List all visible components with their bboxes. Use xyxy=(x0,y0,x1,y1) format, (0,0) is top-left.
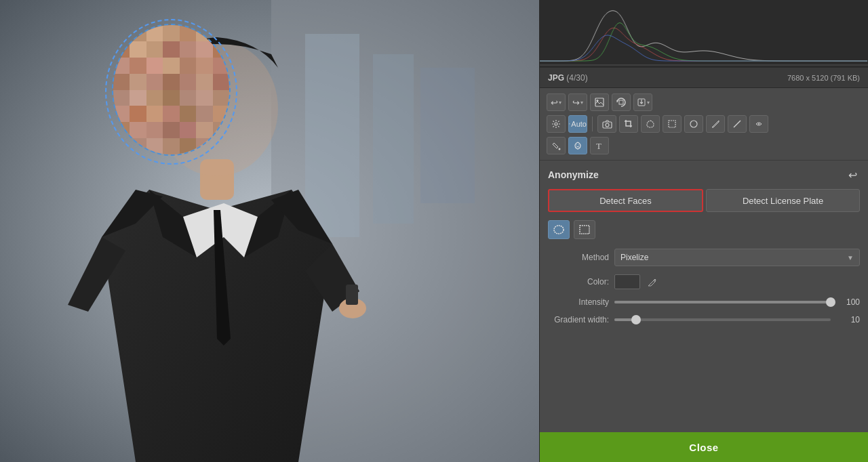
gradient-width-label: Gradient width: xyxy=(548,315,609,324)
lasso-tool-button[interactable] xyxy=(641,115,660,133)
right-panel: JPG (4/30) 7680 x 5120 (791 KB) ↩▾ ↪▾ xyxy=(539,0,868,462)
svg-rect-30 xyxy=(580,226,589,234)
face-pixelated xyxy=(112,24,231,156)
svg-rect-2 xyxy=(305,34,359,237)
svg-point-24 xyxy=(758,123,760,125)
file-type-label: JPG (4/30) xyxy=(548,73,588,83)
gradient-width-value: 10 xyxy=(836,315,860,324)
svg-text:T: T xyxy=(596,141,601,150)
toolbar-row-2: ★ Auto xyxy=(547,115,861,133)
detect-license-plate-button[interactable]: Detect License Plate xyxy=(706,189,860,212)
pixel-grid xyxy=(113,25,229,154)
method-setting-row: Method Pixelize ▼ xyxy=(548,249,860,266)
method-dropdown-arrow: ▼ xyxy=(847,254,854,261)
detect-row: Detect Faces Detect License Plate xyxy=(548,189,860,212)
histogram xyxy=(540,0,868,68)
page-number: 4/30 xyxy=(569,73,585,83)
svg-line-23 xyxy=(734,121,741,127)
close-button[interactable]: Close xyxy=(540,432,868,462)
rotate-tool-button[interactable] xyxy=(612,93,631,111)
page-info: (4/30) xyxy=(566,73,587,83)
undo-button[interactable]: ↩▾ xyxy=(547,93,566,111)
svg-text:★: ★ xyxy=(570,123,570,124)
toolbar-row-3: T xyxy=(547,137,861,154)
svg-point-29 xyxy=(554,226,564,234)
anonymize-title: Anonymize xyxy=(548,169,599,180)
toolbar-row-1: ↩▾ ↪▾ xyxy=(547,93,861,111)
file-info-bar: JPG (4/30) 7680 x 5120 (791 KB) xyxy=(540,68,868,88)
text-tool-button[interactable]: T xyxy=(590,137,609,154)
svg-point-25 xyxy=(559,148,561,150)
toolbar-separator-1 xyxy=(592,117,593,131)
intensity-slider-thumb[interactable] xyxy=(826,297,835,307)
anonymize-back-button[interactable]: ↩ xyxy=(845,167,860,182)
image-panel xyxy=(0,0,539,462)
crop-tool-button[interactable] xyxy=(619,115,638,133)
gradient-width-slider-thumb[interactable] xyxy=(631,315,641,324)
color-picker-icon[interactable] xyxy=(646,275,659,289)
svg-point-11 xyxy=(597,100,599,102)
paint-bucket-button[interactable] xyxy=(547,137,566,154)
svg-rect-6 xyxy=(346,285,358,305)
intensity-slider-track xyxy=(614,301,831,303)
gradient-width-slider-track xyxy=(614,318,831,321)
circle-tool-button[interactable] xyxy=(684,115,703,133)
blur-tool-button[interactable] xyxy=(749,115,768,133)
color-setting-row: Color: xyxy=(548,274,860,289)
svg-rect-4 xyxy=(420,68,475,203)
settings-tool-button[interactable] xyxy=(547,115,566,133)
anonymize-section: Anonymize ↩ Detect Faces Detect License … xyxy=(540,161,868,432)
method-label: Method xyxy=(548,253,609,262)
rect-select-tool-button[interactable] xyxy=(663,115,682,133)
gradient-width-slider-container xyxy=(614,318,831,321)
camera-tool-button[interactable] xyxy=(597,115,616,133)
intensity-slider-fill xyxy=(614,301,831,303)
svg-rect-20 xyxy=(669,121,675,127)
redo-button[interactable]: ↪▾ xyxy=(568,93,587,111)
intensity-setting-row: Intensity 100 xyxy=(548,297,860,307)
image-tool-button[interactable] xyxy=(590,93,609,111)
svg-rect-18 xyxy=(603,122,612,128)
ellipse-shape-button[interactable] xyxy=(548,220,570,239)
auto-select-tool-button[interactable]: ★ Auto xyxy=(568,115,587,133)
file-type: JPG xyxy=(548,73,564,83)
rect-shape-button[interactable] xyxy=(574,220,595,239)
color-swatch[interactable] xyxy=(614,274,640,289)
line-tool-button[interactable] xyxy=(728,115,747,133)
method-dropdown[interactable]: Pixelize ▼ xyxy=(614,249,860,266)
intensity-label: Intensity xyxy=(548,297,609,307)
figure-svg xyxy=(0,0,539,462)
export-tool-button[interactable]: ▾ xyxy=(633,93,652,111)
color-label: Color: xyxy=(548,277,609,287)
svg-point-31 xyxy=(654,279,656,280)
shape-row xyxy=(548,220,860,239)
pen-tool-button[interactable] xyxy=(706,115,725,133)
svg-rect-13 xyxy=(619,100,623,104)
method-value: Pixelize xyxy=(620,253,648,262)
intensity-slider-container xyxy=(614,301,831,303)
svg-point-21 xyxy=(690,121,697,127)
gradient-width-setting-row: Gradient width: 10 xyxy=(548,315,860,324)
histogram-canvas xyxy=(540,0,868,68)
anonymize-header: Anonymize ↩ xyxy=(548,167,860,182)
toolbar-area: ↩▾ ↪▾ xyxy=(540,88,868,161)
svg-point-19 xyxy=(606,123,609,127)
svg-rect-3 xyxy=(373,54,414,224)
file-dimensions: 7680 x 5120 (791 KB) xyxy=(787,74,860,82)
svg-point-15 xyxy=(555,123,557,125)
intensity-value: 100 xyxy=(836,297,860,307)
anonymize-tool-button[interactable] xyxy=(568,137,587,154)
detect-faces-button[interactable]: Detect Faces xyxy=(548,189,703,212)
